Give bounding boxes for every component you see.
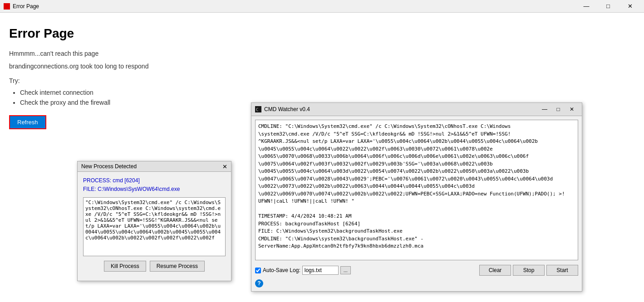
process-dialog-body: PROCESS: cmd [6204] FILE: C:\Windows\Sys… bbox=[78, 172, 231, 281]
app-icon bbox=[4, 3, 10, 10]
clear-button[interactable]: Clear bbox=[479, 265, 511, 276]
help-icon[interactable]: ? bbox=[255, 279, 263, 287]
title-bar-title: Error Page bbox=[13, 3, 39, 10]
start-button[interactable]: Start bbox=[546, 265, 578, 276]
resume-process-button[interactable]: Resume Process bbox=[150, 261, 205, 272]
process-info: PROCESS: cmd [6204] FILE: C:\Windows\Sys… bbox=[83, 176, 226, 194]
kill-process-button[interactable]: Kill Process bbox=[104, 261, 146, 272]
autosave-section: Auto-Save Log: ... bbox=[255, 266, 351, 275]
cmd-footer: Auto-Save Log: ... Clear Stop Start bbox=[251, 262, 582, 278]
try-label: Try: bbox=[9, 77, 635, 84]
cmd-close-button[interactable]: ✕ bbox=[565, 105, 578, 114]
stop-button[interactable]: Stop bbox=[513, 265, 545, 276]
cmd-minimize-button[interactable]: — bbox=[538, 105, 551, 114]
svg-text:C: C bbox=[256, 107, 258, 112]
action-buttons: Clear Stop Start bbox=[479, 265, 578, 276]
suggestion-1: Check internet connection bbox=[20, 89, 635, 96]
title-bar: Error Page — □ ✕ bbox=[0, 0, 644, 13]
minimize-button[interactable]: — bbox=[576, 0, 597, 13]
cmd-log-box[interactable]: CMDLINE: "C:\Windows\System32\cmd.exe" /… bbox=[255, 120, 578, 260]
cmd-icon: C bbox=[255, 106, 261, 112]
close-button[interactable]: ✕ bbox=[619, 0, 640, 13]
process-pid: [6204] bbox=[124, 177, 139, 184]
cmd-maximize-button[interactable]: □ bbox=[552, 105, 565, 114]
cmd-dialog-titlebar: C CMD Watcher v0.4 — □ ✕ bbox=[251, 103, 582, 116]
autosave-checkbox[interactable] bbox=[255, 268, 261, 273]
process-dialog-close-button[interactable]: ✕ bbox=[222, 164, 227, 170]
cmd-titlebar-left: C CMD Watcher v0.4 bbox=[255, 106, 310, 112]
process-label: PROCESS: cmd bbox=[83, 177, 124, 184]
process-dialog-footer: Kill Process Resume Process bbox=[83, 261, 226, 276]
autosave-label: Auto-Save Log: bbox=[263, 267, 300, 273]
refresh-button[interactable]: Refresh bbox=[9, 115, 46, 129]
process-dialog: New Process Detected ✕ PROCESS: cmd [620… bbox=[77, 161, 231, 281]
process-cmdline-box[interactable]: "C:\Windows\System32\cmd.exe" /c C:\Wind… bbox=[83, 197, 226, 256]
process-dialog-title: New Process Detected bbox=[81, 163, 137, 170]
maximize-button[interactable]: □ bbox=[598, 0, 619, 13]
error-description: brandingconnections.org took too long to… bbox=[9, 63, 635, 70]
cmd-titlebar-controls: — □ ✕ bbox=[538, 105, 578, 114]
cmd-dialog-title: CMD Watcher v0.4 bbox=[264, 106, 310, 112]
file-label: FILE: C:\Windows\SysWOW64\cmd.exe bbox=[83, 186, 180, 192]
cmd-dialog: C CMD Watcher v0.4 — □ ✕ CMDLINE: "C:\Wi… bbox=[251, 102, 582, 292]
autosave-filename-input[interactable] bbox=[302, 266, 339, 275]
title-bar-left: Error Page bbox=[4, 3, 39, 10]
error-subtitle: Hmmmm...can't reach this page bbox=[9, 50, 635, 57]
process-dialog-titlebar: New Process Detected ✕ bbox=[78, 161, 231, 172]
cmd-help-row: ? bbox=[251, 278, 582, 291]
error-title: Error Page bbox=[9, 26, 635, 41]
title-bar-controls: — □ ✕ bbox=[576, 0, 640, 13]
browse-button[interactable]: ... bbox=[340, 266, 351, 274]
